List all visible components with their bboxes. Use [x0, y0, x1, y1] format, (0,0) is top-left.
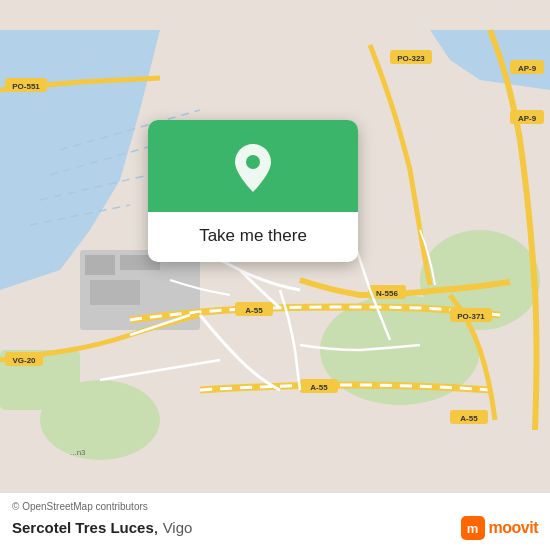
- bottom-row: Sercotel Tres Luces, Vigo m moovit: [12, 516, 538, 540]
- map-background: A-55 A-55 A-55 N-556 PO-323 AP-9 AP-9 PO…: [0, 0, 550, 550]
- svg-text:A-55: A-55: [460, 414, 478, 423]
- svg-text:A-55: A-55: [310, 383, 328, 392]
- svg-text:PO-551: PO-551: [12, 82, 40, 91]
- moovit-logo[interactable]: m moovit: [461, 516, 538, 540]
- moovit-m-icon: m: [461, 516, 485, 540]
- svg-rect-11: [85, 255, 115, 275]
- svg-rect-13: [90, 280, 140, 305]
- moovit-text: moovit: [489, 519, 538, 537]
- svg-text:A-55: A-55: [245, 306, 263, 315]
- location-pin-icon: [231, 142, 275, 194]
- location-separator: ,: [154, 519, 163, 536]
- svg-text:PO-323: PO-323: [397, 54, 425, 63]
- svg-text:VG-20: VG-20: [12, 356, 36, 365]
- location-name: Sercotel Tres Luces: [12, 519, 154, 536]
- svg-point-35: [246, 155, 260, 169]
- take-me-there-button[interactable]: Take me there: [179, 212, 327, 262]
- card-green-section: [148, 120, 358, 212]
- bottom-bar: © OpenStreetMap contributors Sercotel Tr…: [0, 492, 550, 550]
- svg-text:AP-9: AP-9: [518, 64, 537, 73]
- location-city: Vigo: [163, 519, 193, 536]
- action-card: Take me there: [148, 120, 358, 262]
- svg-text:N-556: N-556: [376, 289, 398, 298]
- map-container: A-55 A-55 A-55 N-556 PO-323 AP-9 AP-9 PO…: [0, 0, 550, 550]
- svg-text:...n3: ...n3: [70, 448, 86, 457]
- location-info: Sercotel Tres Luces, Vigo: [12, 519, 192, 537]
- svg-text:PO-371: PO-371: [457, 312, 485, 321]
- map-attribution: © OpenStreetMap contributors: [12, 501, 538, 512]
- svg-text:AP-9: AP-9: [518, 114, 537, 123]
